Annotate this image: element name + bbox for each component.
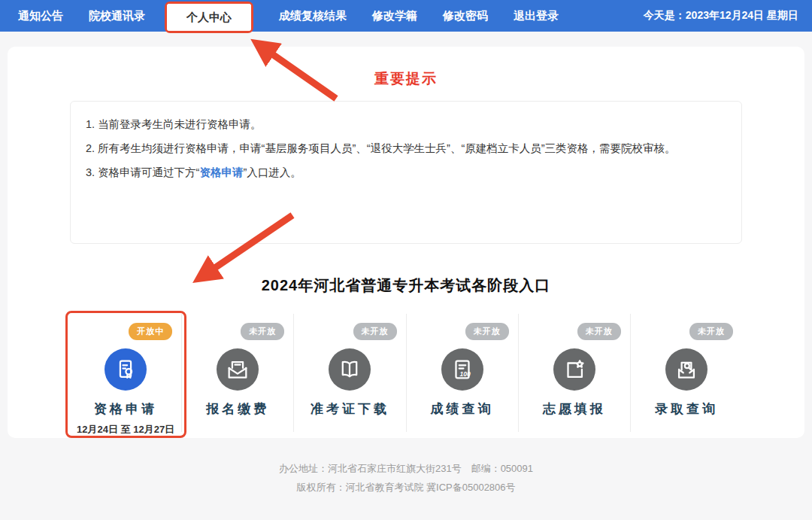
card-title: 报名缴费 bbox=[182, 400, 293, 418]
certificate-icon bbox=[105, 348, 147, 391]
status-badge-closed: 未开放 bbox=[689, 323, 733, 340]
nav-tab-personal-center[interactable]: 个人中心 bbox=[167, 4, 251, 31]
nav-item-notices[interactable]: 通知公告 bbox=[18, 9, 63, 23]
notice-line-1: 1. 当前登录考生尚未进行资格申请。 bbox=[86, 112, 726, 136]
footer-address-line: 办公地址：河北省石家庄市红旗大街231号 邮编：050091 bbox=[0, 459, 812, 478]
nav-item-score-review-result[interactable]: 成绩复核结果 bbox=[279, 9, 347, 23]
open-book-icon bbox=[329, 348, 371, 391]
card-score-inquiry[interactable]: 未开放 100 成绩查询 bbox=[406, 314, 518, 432]
notice-line-2: 2. 所有考生均须进行资格申请，申请“基层服务项目人员”、“退役大学生士兵”、“… bbox=[86, 136, 726, 160]
card-qualification-application[interactable]: 开放中 资格申请 12月24日 至 12月27日 bbox=[70, 314, 181, 432]
status-badge-closed: 未开放 bbox=[577, 323, 621, 340]
page-footer: 办公地址：河北省石家庄市红旗大街231号 邮编：050091 版权所有：河北省教… bbox=[0, 459, 812, 497]
card-title: 成绩查询 bbox=[407, 400, 518, 418]
current-date-text: 今天是：2023年12月24日 星期日 bbox=[644, 9, 798, 23]
card-open-dates: 12月24日 至 12月27日 bbox=[70, 423, 181, 436]
stage-entries-title: 2024年河北省普通专升本考试各阶段入口 bbox=[8, 275, 804, 296]
annotation-box-personal-center: 个人中心 bbox=[165, 2, 253, 33]
important-notice-heading: 重要提示 bbox=[8, 47, 804, 89]
nav-item-logout[interactable]: 退出登录 bbox=[514, 9, 559, 23]
card-title: 录取查询 bbox=[631, 400, 742, 418]
card-title: 志愿填报 bbox=[519, 400, 630, 418]
card-admission-ticket-download[interactable]: 未开放 准考证下载 bbox=[293, 314, 405, 432]
admission-search-icon bbox=[665, 348, 707, 391]
card-admission-inquiry[interactable]: 未开放 录取查询 bbox=[630, 314, 742, 432]
nav-item-school-directory[interactable]: 院校通讯录 bbox=[89, 9, 145, 23]
svg-text:100: 100 bbox=[459, 370, 470, 378]
status-badge-closed: 未开放 bbox=[353, 323, 397, 340]
star-form-icon bbox=[553, 348, 595, 391]
notice-box: 1. 当前登录考生尚未进行资格申请。 2. 所有考生均须进行资格申请，申请“基层… bbox=[70, 101, 742, 244]
top-navigation-bar: 通知公告 院校通讯录 个人中心 成绩复核结果 修改学籍 修改密码 退出登录 今天… bbox=[0, 0, 812, 32]
notice-line-3: 3. 资格申请可通过下方“资格申请”入口进入。 bbox=[86, 160, 726, 184]
card-title: 资格申请 bbox=[70, 400, 181, 418]
main-panel: 重要提示 1. 当前登录考生尚未进行资格申请。 2. 所有考生均须进行资格申请，… bbox=[8, 47, 804, 438]
nav-item-edit-student-status[interactable]: 修改学籍 bbox=[372, 9, 417, 23]
stage-cards-row: 开放中 资格申请 12月24日 至 12月27日 未开放 bbox=[70, 314, 742, 432]
envelope-icon bbox=[217, 348, 259, 391]
card-preference-filling[interactable]: 未开放 志愿填报 bbox=[518, 314, 630, 432]
notice-line-3-suffix: ”入口进入。 bbox=[243, 166, 301, 178]
qualification-application-link[interactable]: 资格申请 bbox=[199, 166, 243, 178]
footer-copyright-line: 版权所有：河北省教育考试院 冀ICP备05002806号 bbox=[0, 478, 812, 497]
notice-line-3-prefix: 3. 资格申请可通过下方“ bbox=[86, 166, 199, 178]
status-badge-open: 开放中 bbox=[129, 323, 172, 340]
score-sheet-icon: 100 bbox=[441, 348, 483, 391]
status-badge-closed: 未开放 bbox=[241, 323, 284, 340]
status-badge-closed: 未开放 bbox=[465, 323, 509, 340]
card-registration-payment[interactable]: 未开放 报名缴费 bbox=[181, 314, 293, 432]
nav-item-change-password[interactable]: 修改密码 bbox=[443, 9, 488, 23]
card-title: 准考证下载 bbox=[294, 400, 405, 418]
